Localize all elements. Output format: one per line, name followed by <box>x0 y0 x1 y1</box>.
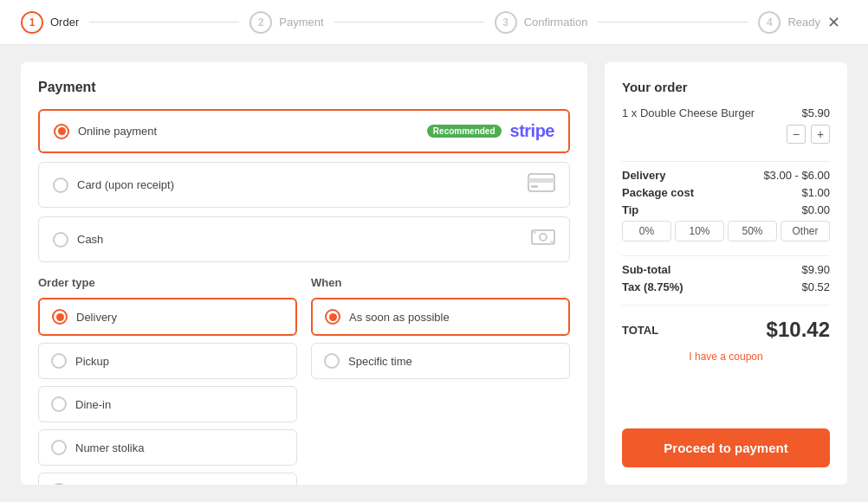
delivery-row: Delivery $3.00 - $6.00 <box>622 169 830 182</box>
radio-contactless <box>51 483 67 485</box>
delivery-label: Delivery <box>76 311 117 324</box>
stripe-icon: stripe <box>510 121 554 141</box>
radio-dine-in <box>51 396 67 412</box>
subtotal-row: Sub-total $9.90 <box>622 263 830 276</box>
divider-3 <box>622 305 830 306</box>
contactless-label: Contactless delivery <box>75 485 176 486</box>
tip-other-button[interactable]: Other <box>781 221 830 241</box>
subtotal-value: $9.90 <box>801 263 830 276</box>
total-row: TOTAL $10.42 <box>622 318 830 342</box>
when-option-asap[interactable]: As soon as possible <box>311 298 570 336</box>
asap-label: As soon as possible <box>349 311 450 324</box>
tip-buttons: 0% 10% 50% Other <box>622 221 830 241</box>
order-item-price: $5.90 <box>801 106 830 119</box>
order-item-name: 1 x Double Cheese Burger <box>622 106 801 119</box>
package-label: Package cost <box>622 186 694 199</box>
dine-in-label: Dine-in <box>75 398 111 411</box>
qty-plus-button[interactable]: + <box>811 125 830 144</box>
step-line-3 <box>598 22 748 23</box>
payment-label-card: Card (upon receipt) <box>77 178 519 191</box>
delivery-value: $3.00 - $6.00 <box>763 169 830 182</box>
svg-point-4 <box>540 234 547 241</box>
pickup-label: Pickup <box>75 355 109 368</box>
step-order: 1 Order <box>21 11 79 34</box>
step-circle-4: 4 <box>758 11 781 34</box>
tip-label: Tip <box>622 203 638 216</box>
qty-minus-button[interactable]: − <box>787 125 806 144</box>
tip-0-button[interactable]: 0% <box>622 221 671 241</box>
payment-option-card[interactable]: Card (upon receipt) <box>38 162 570 208</box>
step-line-2 <box>334 22 484 23</box>
order-type-col: Order type Delivery Pickup Dine-in Numer… <box>38 276 297 485</box>
radio-card <box>53 177 68 193</box>
order-option-table[interactable]: Numer stolika <box>38 429 297 466</box>
step-circle-2: 2 <box>249 11 272 34</box>
payment-label-online: Online payment <box>78 125 418 138</box>
proceed-button[interactable]: Proceed to payment <box>622 428 830 467</box>
order-item-row: 1 x Double Cheese Burger $5.90 <box>622 106 830 119</box>
step-circle-3: 3 <box>495 11 517 34</box>
step-circle-1: 1 <box>21 11 43 34</box>
subtotal-label: Sub-total <box>622 263 670 276</box>
step-label-ready: Ready <box>787 16 820 29</box>
order-option-dine-in[interactable]: Dine-in <box>38 386 297 422</box>
order-type-title: Order type <box>38 276 297 289</box>
tax-row: Tax (8.75%) $0.52 <box>622 280 830 293</box>
divider-2 <box>622 255 830 256</box>
package-row: Package cost $1.00 <box>622 186 830 199</box>
tip-value: $0.00 <box>801 203 830 216</box>
radio-cash <box>53 232 68 248</box>
radio-delivery <box>52 309 68 325</box>
radio-pickup <box>51 353 67 369</box>
payment-label-cash: Cash <box>77 233 522 246</box>
cash-icon <box>531 228 555 251</box>
main-content: Payment Online payment Recommended strip… <box>0 45 868 502</box>
radio-specific <box>324 353 340 369</box>
order-option-contactless[interactable]: Contactless delivery <box>38 473 297 485</box>
step-label-order: Order <box>50 16 79 29</box>
radio-table <box>51 440 67 455</box>
payment-option-cash[interactable]: Cash <box>38 216 570 262</box>
step-label-confirmation: Confirmation <box>524 16 588 29</box>
svg-point-6 <box>550 241 554 244</box>
radio-asap <box>325 309 340 325</box>
order-option-pickup[interactable]: Pickup <box>38 343 297 379</box>
svg-rect-2 <box>531 185 538 188</box>
steps: 1 Order 2 Payment 3 Confirmation 4 Ready <box>21 11 820 34</box>
package-value: $1.00 <box>801 186 830 199</box>
payment-title: Payment <box>38 80 570 95</box>
specific-label: Specific time <box>348 355 412 368</box>
svg-rect-1 <box>528 178 554 183</box>
tip-50-button[interactable]: 50% <box>728 221 777 241</box>
step-ready: 4 Ready <box>758 11 820 34</box>
step-payment: 2 Payment <box>249 11 323 34</box>
card-icon <box>528 173 555 196</box>
total-value: $10.42 <box>767 318 830 342</box>
tax-value: $0.52 <box>801 280 830 293</box>
tip-row: Tip $0.00 <box>622 203 830 216</box>
close-button[interactable]: ✕ <box>820 10 847 35</box>
payment-option-online[interactable]: Online payment Recommended stripe <box>38 109 570 153</box>
left-panel: Payment Online payment Recommended strip… <box>21 62 587 485</box>
coupon-link[interactable]: I have a coupon <box>622 351 830 363</box>
svg-point-5 <box>533 230 536 234</box>
step-confirmation: 3 Confirmation <box>495 11 588 34</box>
tip-10-button[interactable]: 10% <box>675 221 724 241</box>
total-label: TOTAL <box>622 324 658 337</box>
when-option-specific[interactable]: Specific time <box>311 343 570 379</box>
when-col: When As soon as possible Specific time <box>311 276 570 485</box>
tax-label: Tax (8.75%) <box>622 280 683 293</box>
order-type-when: Order type Delivery Pickup Dine-in Numer… <box>38 276 570 485</box>
step-line-1 <box>89 22 239 23</box>
top-bar: 1 Order 2 Payment 3 Confirmation 4 Ready… <box>0 0 868 45</box>
radio-online <box>54 124 69 139</box>
right-panel: Your order 1 x Double Cheese Burger $5.9… <box>605 62 847 485</box>
order-option-delivery[interactable]: Delivery <box>38 298 297 336</box>
step-label-payment: Payment <box>279 16 323 29</box>
qty-controls: − + <box>622 125 830 144</box>
your-order-title: Your order <box>622 80 830 94</box>
delivery-label-summary: Delivery <box>622 169 666 182</box>
divider-1 <box>622 161 830 162</box>
when-title: When <box>311 276 570 289</box>
table-label: Numer stolika <box>75 441 144 454</box>
